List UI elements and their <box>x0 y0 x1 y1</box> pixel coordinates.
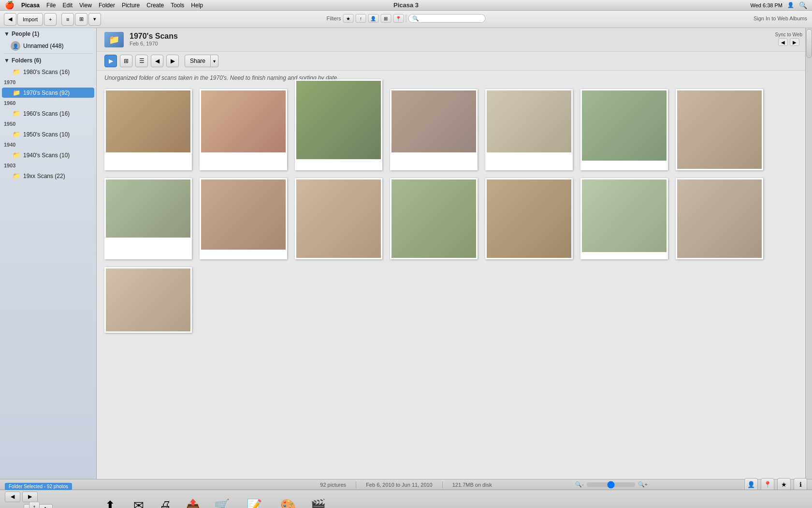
photo-12[interactable] <box>485 178 573 259</box>
title-bar: 🍎 Picasa File Edit View Folder Picture C… <box>0 0 812 11</box>
upload-small-button[interactable]: ↑ <box>29 502 40 508</box>
album-view2-button[interactable]: ☰ <box>135 55 148 67</box>
list-view-button[interactable]: ≡ <box>61 13 74 26</box>
grid-view-button[interactable]: ⊞ <box>75 13 87 26</box>
unnamed-person-item[interactable]: 👤 Unnamed (448) <box>0 40 96 52</box>
thumb-right-button[interactable]: ▶ <box>22 492 38 502</box>
zoom-in-icon[interactable]: 🔍+ <box>638 481 648 488</box>
movie-icon: 🎬 <box>310 498 326 508</box>
rotate-cw-button[interactable]: ↻ <box>39 504 53 508</box>
photo-4[interactable] <box>390 89 478 170</box>
sign-in-link[interactable]: Sign In to Web Albums <box>754 15 807 21</box>
photo-9[interactable] <box>200 178 287 259</box>
photo-10[interactable] <box>295 178 382 259</box>
folders-section-label: Folders (6) <box>12 57 41 64</box>
photo-13[interactable] <box>580 178 668 259</box>
year-1950: 1950 <box>0 119 96 129</box>
sidebar-item-1960s[interactable]: 📁 1960's Scans (16) <box>2 108 94 119</box>
export-button[interactable]: 📤 Export <box>178 495 207 508</box>
photo-15[interactable] <box>104 267 192 333</box>
collage-button[interactable]: 🎨 Collage <box>272 495 304 508</box>
folder-icon-19xx: 📁 <box>13 172 20 179</box>
photo-7[interactable] <box>676 89 763 170</box>
photo-6[interactable] <box>580 89 668 170</box>
filter-star-button[interactable]: ★ <box>343 14 353 23</box>
sync-btn-left[interactable]: ◀ <box>778 38 788 46</box>
sync-btn-right[interactable]: ▶ <box>790 38 799 46</box>
filter-upload-button[interactable]: ↑ <box>355 14 366 23</box>
status-disk: 121.7MB on disk <box>452 482 492 488</box>
folder-selected-badge: Folder Selected - 92 photos <box>5 483 72 490</box>
menu-create[interactable]: Create <box>146 2 164 9</box>
sidebar-item-1970s[interactable]: 📁 1970's Scans (92) <box>2 88 94 98</box>
album-view1-button[interactable]: ⊞ <box>120 55 132 67</box>
filter-person-button[interactable]: 👤 <box>368 14 378 23</box>
scroll-thumb[interactable] <box>806 29 812 58</box>
people-section-header[interactable]: ▼ People (1) <box>0 28 96 40</box>
shop-button[interactable]: 🛒 Shop <box>207 495 236 508</box>
sidebar-item-1950s[interactable]: 📁 1950's Scans (10) <box>2 129 94 139</box>
status-divider-2 <box>442 481 443 488</box>
status-date-range: Feb 6, 2010 to Jun 11, 2010 <box>366 482 433 488</box>
play-slideshow-button[interactable]: ▶ <box>104 55 117 67</box>
photo-8[interactable] <box>104 178 192 259</box>
menu-tools[interactable]: Tools <box>171 2 184 9</box>
filter-geo-button[interactable]: 📍 <box>393 14 404 23</box>
zoom-slider[interactable] <box>587 482 635 487</box>
sidebar-item-1980s[interactable]: 📁 1980's Scans (16) <box>2 67 94 77</box>
folders-section-header[interactable]: ▼ Folders (6) <box>0 55 96 66</box>
photo-14[interactable] <box>676 178 763 259</box>
zoom-out-icon[interactable]: 🔍- <box>575 481 584 488</box>
print-button[interactable]: 🖨 Print <box>152 495 178 508</box>
search-input[interactable] <box>408 14 485 23</box>
search-icon[interactable]: 🔍 <box>799 1 807 9</box>
folder-label-1940s: 1940's Scans (10) <box>23 152 70 159</box>
filter-grid-button[interactable]: ⊞ <box>380 14 391 23</box>
people-section-label: People (1) <box>12 30 39 37</box>
collage-icon: 🎨 <box>280 498 296 508</box>
menu-folder[interactable]: Folder <box>99 2 115 9</box>
folders-arrow-icon: ▼ <box>4 57 10 64</box>
folder-icon-1940s: 📁 <box>13 151 20 159</box>
back-button[interactable]: ◀ <box>4 13 16 26</box>
main-layout: ▼ People (1) 👤 Unnamed (448) ▼ Folders (… <box>0 28 812 479</box>
share-button[interactable]: Share <box>185 55 211 67</box>
next-photo-button[interactable]: ▶ <box>166 55 179 67</box>
share-dropdown-button[interactable]: ▾ <box>211 55 218 67</box>
scrollbar[interactable] <box>805 28 812 479</box>
shop-icon: 🛒 <box>214 498 230 508</box>
apple-menu[interactable]: 🍎 <box>5 0 14 10</box>
sidebar-divider-1 <box>4 53 92 54</box>
upload-button[interactable]: ⬆ Upload <box>95 495 126 508</box>
add-button[interactable]: + <box>44 13 57 26</box>
blogthis-button[interactable]: 📝 BlogThis! <box>236 495 272 508</box>
thumb-left-button[interactable]: ◀ <box>5 492 20 502</box>
prev-photo-button[interactable]: ◀ <box>151 55 163 67</box>
menu-edit[interactable]: Edit <box>62 2 72 9</box>
menu-picture[interactable]: Picture <box>122 2 140 9</box>
folder-icon-1980s: 📁 <box>13 68 20 75</box>
small-action-buttons: ↑ ♥ <box>29 502 40 508</box>
movie-button[interactable]: 🎬 Movie <box>304 495 333 508</box>
import-button[interactable]: Import <box>17 13 43 26</box>
folder-label-1980s: 1980's Scans (16) <box>23 69 70 75</box>
view-dropdown-button[interactable]: ▾ <box>88 13 101 26</box>
sidebar-item-1940s[interactable]: 📁 1940's Scans (10) <box>2 150 94 160</box>
photo-5[interactable] <box>485 89 573 170</box>
photo-3[interactable] <box>295 79 382 170</box>
sidebar: ▼ People (1) 👤 Unnamed (448) ▼ Folders (… <box>0 28 97 479</box>
photo-1[interactable] <box>104 89 192 170</box>
sidebar-item-19xx[interactable]: 📁 19xx Scans (22) <box>2 171 94 181</box>
menu-file[interactable]: File <box>46 2 56 9</box>
user-icon: 👤 <box>787 2 794 8</box>
folder-icon-1950s: 📁 <box>13 131 20 138</box>
export-icon: 📤 <box>185 498 201 508</box>
year-1903: 1903 <box>0 161 96 170</box>
photo-grid <box>97 85 812 337</box>
menu-help[interactable]: Help <box>191 2 203 9</box>
people-arrow-icon: ▼ <box>4 30 10 37</box>
menu-view[interactable]: View <box>79 2 92 9</box>
photo-11[interactable] <box>390 178 478 259</box>
email-button[interactable]: ✉ Email <box>126 495 153 508</box>
photo-2[interactable] <box>200 89 287 170</box>
